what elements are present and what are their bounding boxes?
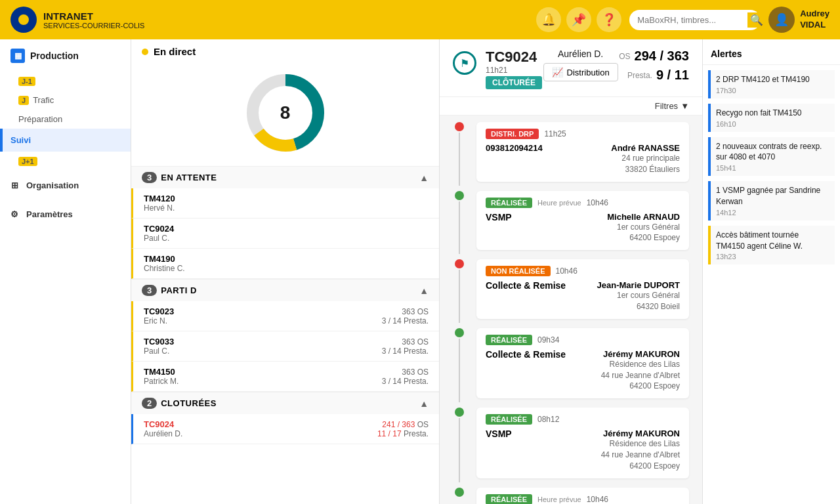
- presta-label: Presta.: [627, 71, 652, 80]
- timeline-dot-green: [455, 191, 464, 200]
- bell-button[interactable]: 🔔: [536, 7, 561, 32]
- detail-header: ⚑ TC9024 11h21 CLÔTURÉE Aurélien D. 📈 Di…: [440, 39, 702, 97]
- en-direct-panel: En direct 8: [131, 39, 440, 504]
- trafic-label: Trafic: [33, 95, 54, 105]
- item-id: TC9024: [144, 224, 174, 234]
- preparation-label: Préparation: [18, 114, 62, 124]
- card-person: Jérémy MAKURON: [601, 429, 680, 438]
- alerte-time: 16h10: [716, 120, 830, 128]
- filters-button[interactable]: Filtres ▼: [655, 101, 689, 111]
- sidebar-item-trafic[interactable]: J Trafic: [0, 91, 131, 110]
- cloturees-chevron: ▲: [419, 398, 429, 409]
- en-attente-section-header[interactable]: 3 EN ATTENTE ▲: [131, 166, 439, 188]
- cloturees-section-header[interactable]: 2 CLOTURÉES ▲: [131, 392, 439, 414]
- production-icon: ▦: [10, 49, 25, 63]
- tracking-number: 093812094214: [486, 143, 543, 175]
- alerte-item[interactable]: Recygo non fait TM4150 16h10: [708, 104, 835, 132]
- parti-d-list: TC9023 Eric N. 363 OS 3 / 14 Presta. TC9…: [131, 301, 439, 392]
- timeline-card[interactable]: RÉALISÉE Heure prévue 10h46 VSMP Michell…: [476, 488, 689, 504]
- list-item[interactable]: TM4150 Patrick M. 363 OS 3 / 14 Presta.: [131, 362, 439, 392]
- logo: INTRANET SERVICES-COURRIER-COLIS: [10, 7, 144, 33]
- parti-d-count: 3: [142, 285, 157, 296]
- avatar: 👤: [768, 7, 795, 33]
- sidebar-item-preparation[interactable]: Préparation: [0, 110, 131, 129]
- card-type: VSMP: [486, 212, 512, 244]
- j-plus-badge: J+1: [18, 157, 37, 166]
- timeline-card-header: NON RÉALISÉE 10h46: [486, 266, 680, 276]
- flag-icon: ⚑: [453, 51, 476, 75]
- os-value: 294 / 363: [635, 49, 689, 64]
- timeline-connector: [459, 133, 460, 186]
- card-time: 10h46: [556, 266, 578, 276]
- parti-d-section-header[interactable]: 3 PARTI D ▲: [131, 279, 439, 301]
- header-icons: 🔔 📌 ❓: [536, 7, 621, 32]
- item-id: TM4190: [144, 254, 185, 264]
- card-address: Résidence des Lilas44 rue Jeanne d'Albre…: [601, 359, 680, 392]
- sidebar-item-suivi[interactable]: Suivi: [0, 129, 131, 152]
- timeline-card-header: RÉALISÉE Heure prévue 10h46: [486, 198, 680, 208]
- card-type: VSMP: [486, 429, 512, 471]
- list-item[interactable]: TM4120 Hervé N.: [131, 188, 439, 219]
- card-address: Résidence des Lilas44 rue Jeanne d'Albre…: [601, 438, 680, 471]
- j-badge: J: [18, 96, 29, 105]
- card-time: 10h46: [587, 495, 608, 504]
- os-label: OS: [619, 52, 630, 61]
- sidebar-item-production[interactable]: ▦ Production: [0, 39, 131, 72]
- timeline-card[interactable]: RÉALISÉE 08h12 VSMP Jérémy MAKURON Résid…: [476, 408, 689, 478]
- item-presta: 3 / 14 Presta.: [382, 377, 429, 386]
- sidebar-item-parametres[interactable]: ⚙ Paramètres: [0, 200, 131, 228]
- en-attente-list: TM4120 Hervé N. TC9024 Paul C. TM4190 Ch…: [131, 188, 439, 279]
- heure-prevue: Heure prévue: [537, 199, 581, 207]
- timeline-card[interactable]: NON RÉALISÉE 10h46 Collecte & Remise Jea…: [476, 259, 689, 319]
- alertes-list: 2 DRP TM4120 et TM4190 17h30 Recygo non …: [703, 70, 840, 264]
- card-person: Michelle ARNAUD: [607, 212, 680, 222]
- sidebar-item-j-minus[interactable]: J-1: [0, 72, 131, 91]
- en-attente-chevron: ▲: [419, 173, 429, 183]
- list-item[interactable]: TC9024 Aurélien D. 241 / 363 OS 11 / 17 …: [131, 414, 439, 444]
- donut-chart: 8: [243, 70, 328, 156]
- badge-realisee: RÉALISÉE: [486, 335, 532, 345]
- timeline-connector: [459, 270, 460, 323]
- badge-realisee: RÉALISÉE: [486, 494, 532, 504]
- timeline-card[interactable]: DISTRI. DRP 11h25 093812094214 André RAN…: [476, 122, 689, 182]
- sidebar-item-organisation[interactable]: ⊞ Organisation: [0, 171, 131, 200]
- item-name: Aurélien D.: [144, 429, 182, 438]
- sidebar-item-j-plus[interactable]: J+1: [0, 152, 131, 171]
- parametres-icon: ⚙: [8, 207, 21, 220]
- list-item[interactable]: TC9023 Eric N. 363 OS 3 / 14 Presta.: [131, 301, 439, 331]
- alerte-item[interactable]: 2 DRP TM4120 et TM4190 17h30: [708, 70, 835, 98]
- search-button[interactable]: 🔍: [747, 12, 766, 28]
- distribution-button[interactable]: 📈 Distribution: [543, 63, 618, 81]
- cloturees-list: TC9024 Aurélien D. 241 / 363 OS 11 / 17 …: [131, 414, 439, 444]
- badge-non-realisee: NON RÉALISÉE: [486, 266, 551, 276]
- timeline-line-col: [453, 408, 466, 482]
- alerte-text: 2 nouveaux contrats de reexp. sur 4080 e…: [716, 141, 830, 163]
- item-id: TC9023: [144, 306, 174, 316]
- timeline-card-body: Collecte & Remise Jérémy MAKURON Résiden…: [486, 349, 680, 392]
- header-title-main: INTRANET: [43, 10, 144, 22]
- timeline-item: DISTRI. DRP 11h25 093812094214 André RAN…: [453, 122, 689, 186]
- alerte-item[interactable]: Accès bâtiment tournée TM4150 agent Céli…: [708, 226, 835, 265]
- item-os: 363 OS: [382, 337, 429, 346]
- timeline-card-header: RÉALISÉE Heure prévue 10h46: [486, 494, 680, 504]
- timeline-dot-green: [455, 328, 464, 337]
- list-item[interactable]: TC9033 Paul C. 363 OS 3 / 14 Presta.: [131, 331, 439, 362]
- timeline-card-header: RÉALISÉE 09h34: [486, 335, 680, 345]
- help-button[interactable]: ❓: [597, 7, 621, 32]
- list-item[interactable]: TC9024 Paul C.: [131, 219, 439, 249]
- pin-button[interactable]: 📌: [566, 7, 591, 32]
- donut-number: 8: [280, 102, 291, 123]
- timeline-card[interactable]: RÉALISÉE 09h34 Collecte & Remise Jérémy …: [476, 328, 689, 398]
- sidebar-production-label: Production: [30, 51, 79, 61]
- detail-time: 11h21: [486, 66, 542, 75]
- detail-status: CLÔTURÉE: [486, 76, 542, 89]
- timeline-card[interactable]: RÉALISÉE Heure prévue 10h46 VSMP Michell…: [476, 191, 689, 251]
- list-item[interactable]: TM4190 Christine C.: [131, 249, 439, 279]
- en-attente-label: EN ATTENTE: [161, 173, 217, 182]
- card-person: André RANASSE: [611, 143, 680, 153]
- parti-d-chevron: ▲: [419, 285, 429, 296]
- alerte-item[interactable]: 1 VSMP gagnée par Sandrine Kerwan 14h12: [708, 181, 835, 220]
- search-input[interactable]: [637, 15, 747, 25]
- item-id: TC9033: [144, 337, 174, 346]
- alerte-item[interactable]: 2 nouveaux contrats de reexp. sur 4080 e…: [708, 137, 835, 177]
